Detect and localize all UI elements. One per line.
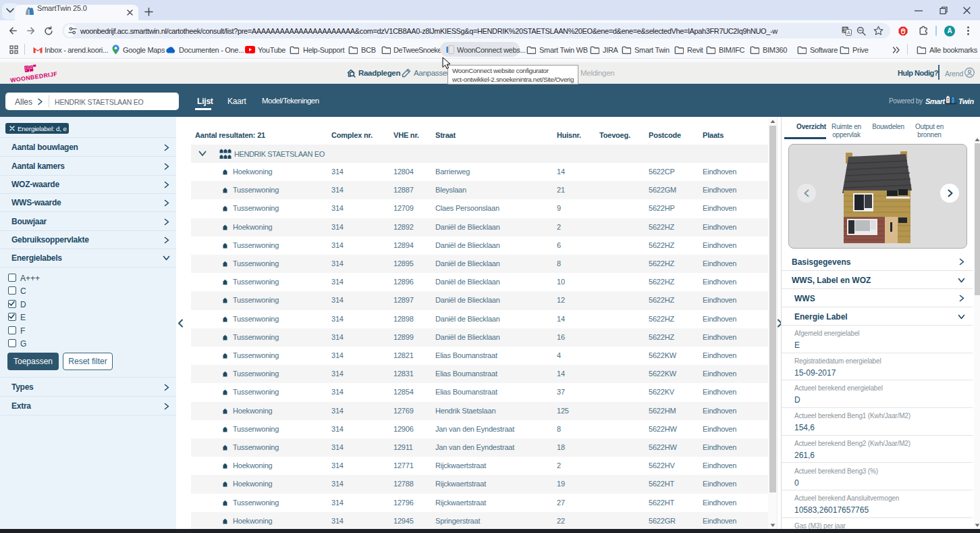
svg-text:A: A [847, 30, 850, 36]
